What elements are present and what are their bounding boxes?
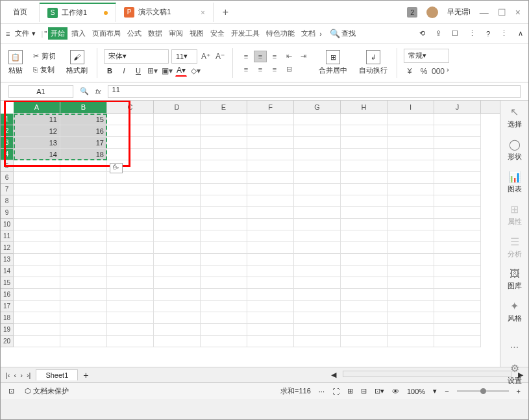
cell[interactable]: [154, 301, 201, 312]
cell[interactable]: [341, 125, 388, 137]
highlight-button[interactable]: ◇▾: [190, 65, 201, 77]
cell[interactable]: [294, 254, 341, 266]
cell[interactable]: [154, 160, 201, 172]
cell[interactable]: [388, 301, 434, 312]
row-header[interactable]: 9: [1, 207, 14, 219]
col-header-E[interactable]: E: [201, 101, 247, 113]
zoom-slider[interactable]: [457, 390, 509, 392]
underline-button[interactable]: U: [132, 65, 144, 77]
cell[interactable]: [201, 266, 247, 277]
user-avatar[interactable]: [426, 6, 438, 18]
cell[interactable]: [388, 219, 434, 230]
menu-tab-special[interactable]: 特色功能: [264, 29, 297, 38]
sheet-nav-next-icon[interactable]: ›: [20, 371, 23, 379]
cell[interactable]: [434, 137, 481, 149]
cell[interactable]: [388, 312, 434, 324]
cell[interactable]: [107, 277, 154, 289]
view-reading-icon[interactable]: ⊡▾: [375, 387, 384, 395]
cell[interactable]: [154, 195, 201, 207]
cell[interactable]: [388, 137, 434, 149]
col-header-F[interactable]: F: [247, 101, 294, 113]
horizontal-scrollbar[interactable]: [343, 371, 511, 377]
menu-tab-layout[interactable]: 页面布局: [90, 29, 123, 38]
cell[interactable]: [60, 230, 107, 242]
cell[interactable]: [14, 254, 60, 266]
cell[interactable]: [201, 336, 247, 347]
cell[interactable]: [434, 125, 481, 137]
align-left-icon[interactable]: ≡: [240, 64, 252, 75]
italic-button[interactable]: I: [118, 65, 130, 77]
cell[interactable]: 11: [14, 114, 60, 125]
cell[interactable]: [60, 301, 107, 312]
cell[interactable]: [247, 324, 294, 336]
cell[interactable]: [14, 219, 60, 230]
cell[interactable]: [434, 312, 481, 324]
cell[interactable]: [388, 254, 434, 266]
menu-tab-insert[interactable]: 插入: [69, 29, 88, 38]
row-header[interactable]: 10: [1, 219, 14, 230]
number-format-select[interactable]: 常规 ▾: [404, 49, 449, 63]
cell[interactable]: [201, 137, 247, 149]
border-button[interactable]: ⊞▾: [147, 65, 158, 77]
row-header[interactable]: 11: [1, 230, 14, 242]
cell[interactable]: [434, 114, 481, 125]
cell[interactable]: [201, 289, 247, 301]
cut-button[interactable]: ✂ 剪切: [32, 50, 57, 62]
side-select[interactable]: ↖选择: [508, 106, 522, 129]
cell[interactable]: [341, 137, 388, 149]
cell[interactable]: [294, 149, 341, 160]
cell[interactable]: [154, 172, 201, 184]
cell[interactable]: [247, 242, 294, 254]
cell[interactable]: [294, 195, 341, 207]
cell[interactable]: [154, 207, 201, 219]
cell[interactable]: [14, 160, 60, 172]
row-header[interactable]: 12: [1, 242, 14, 254]
row-header[interactable]: 14: [1, 266, 14, 277]
cell[interactable]: [247, 207, 294, 219]
cell[interactable]: [154, 336, 201, 347]
cell[interactable]: [154, 312, 201, 324]
cell[interactable]: [294, 277, 341, 289]
hscroll-left-icon[interactable]: ◀: [331, 371, 336, 379]
cell[interactable]: [341, 172, 388, 184]
percent-button[interactable]: %: [418, 66, 430, 77]
search-label[interactable]: 查找: [341, 29, 356, 38]
cell[interactable]: [247, 114, 294, 125]
cell[interactable]: [434, 324, 481, 336]
cell[interactable]: [388, 114, 434, 125]
cell[interactable]: [388, 160, 434, 172]
cell[interactable]: [434, 160, 481, 172]
row-header[interactable]: 8: [1, 195, 14, 207]
cell[interactable]: [60, 242, 107, 254]
menu-toggle-icon[interactable]: ≡: [6, 30, 10, 38]
cell[interactable]: [201, 172, 247, 184]
maximize-icon[interactable]: ☐: [498, 7, 506, 18]
cell[interactable]: [341, 242, 388, 254]
help-icon[interactable]: ?: [486, 30, 490, 38]
protect-status[interactable]: ⬡ 文档未保护: [25, 386, 69, 396]
eye-icon[interactable]: 👁: [392, 388, 399, 395]
share-icon[interactable]: ⇪: [436, 29, 441, 38]
cell[interactable]: [294, 301, 341, 312]
cell[interactable]: [247, 312, 294, 324]
cell[interactable]: [434, 266, 481, 277]
bold-button[interactable]: B: [104, 65, 116, 77]
side-chart[interactable]: 📊图表: [508, 171, 522, 194]
currency-button[interactable]: ¥: [404, 66, 415, 77]
cell[interactable]: [14, 230, 60, 242]
cell[interactable]: [388, 289, 434, 301]
cell[interactable]: [388, 230, 434, 242]
cell[interactable]: [60, 289, 107, 301]
col-header-I[interactable]: I: [388, 101, 434, 113]
cell[interactable]: [201, 312, 247, 324]
cell[interactable]: [60, 336, 107, 347]
cell[interactable]: [341, 207, 388, 219]
cell[interactable]: [154, 184, 201, 195]
cell[interactable]: 15: [60, 114, 107, 125]
cell[interactable]: [294, 242, 341, 254]
view-normal-icon[interactable]: ⊞: [347, 387, 353, 395]
cell[interactable]: [14, 277, 60, 289]
cell[interactable]: [154, 277, 201, 289]
cell[interactable]: [341, 114, 388, 125]
save-icon[interactable]: ☐: [452, 29, 458, 38]
